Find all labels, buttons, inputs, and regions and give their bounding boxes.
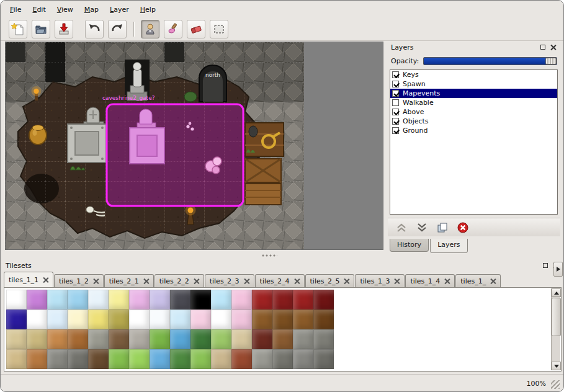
tile-1-2[interactable] xyxy=(47,310,68,329)
layer-row-keys[interactable]: Keys xyxy=(390,70,557,79)
tile-0-1[interactable] xyxy=(27,290,47,310)
menu-help[interactable]: Help xyxy=(135,3,161,16)
tile-3-9[interactable] xyxy=(190,349,211,369)
undo-button[interactable] xyxy=(85,20,104,38)
tile-0-11[interactable] xyxy=(231,290,252,310)
tile-1-9[interactable] xyxy=(190,310,211,329)
tile-2-0[interactable] xyxy=(6,329,27,349)
layer-row-walkable[interactable]: Walkable xyxy=(390,98,557,107)
raise-layer-button[interactable] xyxy=(394,221,409,234)
tile-0-14[interactable] xyxy=(293,290,313,310)
tile-3-3[interactable] xyxy=(68,349,88,369)
tile-0-12[interactable] xyxy=(252,290,272,310)
tile-0-2[interactable] xyxy=(47,290,68,310)
tile-3-6[interactable] xyxy=(129,349,150,369)
tile-1-8[interactable] xyxy=(170,310,190,329)
tile-0-0[interactable] xyxy=(6,290,27,310)
map-crate-top[interactable] xyxy=(245,159,281,182)
tile-3-4[interactable] xyxy=(88,349,109,369)
tile-0-7[interactable] xyxy=(150,290,170,310)
map-selection[interactable] xyxy=(107,104,243,206)
eraser-tool-button[interactable] xyxy=(187,20,205,38)
tile-2-9[interactable] xyxy=(190,329,211,349)
menu-view[interactable]: View xyxy=(51,3,79,16)
tile-0-10[interactable] xyxy=(211,290,231,310)
new-file-button[interactable] xyxy=(9,20,27,38)
tile-2-11[interactable] xyxy=(231,329,252,349)
tile-3-5[interactable] xyxy=(109,349,129,369)
menu-file[interactable]: File xyxy=(4,3,27,16)
layer-row-spawn[interactable]: Spawn xyxy=(390,79,557,89)
horizontal-splitter[interactable] xyxy=(1,250,563,260)
opacity-slider-handle[interactable] xyxy=(545,58,557,65)
tile-1-5[interactable] xyxy=(109,310,129,329)
float-panel-button[interactable] xyxy=(541,262,549,270)
lower-layer-button[interactable] xyxy=(414,221,429,234)
resize-grip[interactable] xyxy=(551,380,560,389)
tile-3-14[interactable] xyxy=(293,349,313,369)
tile-0-8[interactable] xyxy=(170,290,190,310)
tile-2-4[interactable] xyxy=(88,329,109,349)
splitter-grip[interactable] xyxy=(261,254,277,257)
tile-2-1[interactable] xyxy=(27,329,47,349)
tile-3-13[interactable] xyxy=(272,349,293,369)
close-panel-button[interactable] xyxy=(549,43,557,51)
tileset-tab-tiles_1_3[interactable]: tiles_1_3 xyxy=(355,274,405,288)
redo-button[interactable] xyxy=(108,20,127,38)
float-panel-button[interactable] xyxy=(539,43,547,51)
tile-0-4[interactable] xyxy=(88,290,109,310)
tileset-tab-tiles_1_[interactable]: tiles_1_ xyxy=(455,274,501,288)
select-tool-button[interactable] xyxy=(210,20,228,38)
tile-0-9[interactable] xyxy=(190,290,211,310)
open-folder-button[interactable] xyxy=(32,20,50,38)
tile-3-0[interactable] xyxy=(6,349,27,369)
tab-close-icon[interactable] xyxy=(490,278,496,284)
tab-close-icon[interactable] xyxy=(93,278,99,284)
tile-2-6[interactable] xyxy=(129,329,150,349)
tileset-tab-tiles_2_5[interactable]: tiles_2_5 xyxy=(305,274,355,288)
tile-2-7[interactable] xyxy=(150,329,170,349)
tileset-tab-tiles_1_2[interactable]: tiles_1_2 xyxy=(54,274,104,288)
tile-3-11[interactable] xyxy=(231,349,252,369)
tab-close-icon[interactable] xyxy=(294,278,300,284)
tab-close-icon[interactable] xyxy=(394,278,400,284)
layer-visibility-checkbox[interactable] xyxy=(392,81,399,87)
tile-1-15[interactable] xyxy=(313,310,334,329)
layer-row-mapevents[interactable]: Mapevents xyxy=(390,89,557,98)
tileset-vscrollbar[interactable] xyxy=(551,288,560,370)
layer-row-above[interactable]: Above xyxy=(390,107,557,117)
tile-2-3[interactable] xyxy=(68,329,88,349)
tileset-tab-tiles_2_2[interactable]: tiles_2_2 xyxy=(154,274,204,288)
stamp-tool-button[interactable] xyxy=(141,20,159,38)
tab-close-icon[interactable] xyxy=(244,278,249,284)
tile-2-10[interactable] xyxy=(211,329,231,349)
tile-0-6[interactable] xyxy=(129,290,150,310)
tab-close-icon[interactable] xyxy=(194,278,199,284)
tileset-tab-tiles_1_1[interactable]: tiles_1_1 xyxy=(4,272,53,288)
tab-scroll-right-button[interactable] xyxy=(553,262,563,277)
tile-3-2[interactable] xyxy=(47,349,68,369)
menu-layer[interactable]: Layer xyxy=(104,3,135,16)
tile-0-3[interactable] xyxy=(68,290,88,310)
tileset-tab-tiles_2_4[interactable]: tiles_2_4 xyxy=(255,274,305,288)
tile-1-10[interactable] xyxy=(211,310,231,329)
tab-close-icon[interactable] xyxy=(344,278,349,284)
map-gold-pot[interactable] xyxy=(29,125,47,145)
tab-close-icon[interactable] xyxy=(43,277,48,283)
layer-visibility-checkbox[interactable] xyxy=(392,71,399,78)
tileset-tab-tiles_2_3[interactable]: tiles_2_3 xyxy=(205,274,254,288)
delete-layer-button[interactable] xyxy=(455,221,470,234)
map-cabinet[interactable] xyxy=(245,123,284,156)
tile-2-14[interactable] xyxy=(293,329,313,349)
tile-3-10[interactable] xyxy=(211,349,231,369)
tile-2-2[interactable] xyxy=(47,329,68,349)
tile-1-0[interactable] xyxy=(6,310,27,329)
map-monument-gray[interactable] xyxy=(68,124,106,163)
layer-visibility-checkbox[interactable] xyxy=(392,118,399,125)
menu-edit[interactable]: Edit xyxy=(27,3,51,16)
tab-close-icon[interactable] xyxy=(143,278,149,284)
scroll-up-button[interactable] xyxy=(552,288,561,297)
map-gate-north[interactable]: north xyxy=(199,65,226,102)
tile-3-1[interactable] xyxy=(27,349,47,369)
tile-1-11[interactable] xyxy=(231,310,252,329)
